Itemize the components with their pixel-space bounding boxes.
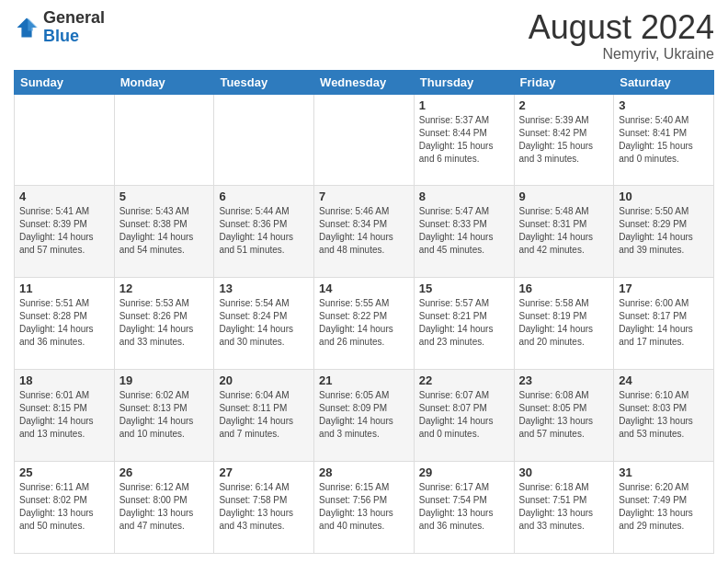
calendar-day-header: Monday: [114, 70, 214, 94]
day-info: Sunrise: 5:48 AM Sunset: 8:31 PM Dayligh…: [519, 205, 609, 257]
calendar-week-row: 11Sunrise: 5:51 AM Sunset: 8:28 PM Dayli…: [15, 278, 714, 370]
calendar-day-cell: 23Sunrise: 6:08 AM Sunset: 8:05 PM Dayli…: [514, 370, 614, 462]
day-number: 18: [19, 373, 109, 387]
calendar-day-cell: [314, 94, 415, 186]
calendar-day-cell: 4Sunrise: 5:41 AM Sunset: 8:39 PM Daylig…: [15, 186, 115, 278]
calendar-day-cell: 2Sunrise: 5:39 AM Sunset: 8:42 PM Daylig…: [514, 94, 614, 186]
day-info: Sunrise: 6:04 AM Sunset: 8:11 PM Dayligh…: [219, 389, 309, 441]
calendar-day-header: Friday: [514, 70, 614, 94]
page: General Blue August 2024 Nemyriv, Ukrain…: [0, 0, 728, 563]
day-number: 4: [19, 190, 109, 203]
day-info: Sunrise: 5:51 AM Sunset: 8:28 PM Dayligh…: [19, 297, 109, 349]
day-number: 2: [519, 98, 609, 112]
calendar-day-cell: 31Sunrise: 6:20 AM Sunset: 7:49 PM Dayli…: [614, 462, 714, 554]
calendar-day-cell: 26Sunrise: 6:12 AM Sunset: 8:00 PM Dayli…: [114, 462, 214, 554]
day-number: 19: [119, 373, 210, 387]
calendar-day-header: Thursday: [414, 70, 514, 94]
calendar-day-cell: 9Sunrise: 5:48 AM Sunset: 8:31 PM Daylig…: [514, 186, 614, 278]
day-info: Sunrise: 5:57 AM Sunset: 8:21 PM Dayligh…: [419, 297, 509, 349]
day-number: 26: [119, 465, 210, 479]
day-info: Sunrise: 5:39 AM Sunset: 8:42 PM Dayligh…: [519, 114, 609, 166]
header: General Blue August 2024 Nemyriv, Ukrain…: [14, 9, 714, 63]
calendar-day-cell: 6Sunrise: 5:44 AM Sunset: 8:36 PM Daylig…: [214, 186, 314, 278]
day-number: 17: [619, 282, 709, 295]
day-number: 28: [319, 465, 409, 479]
day-info: Sunrise: 6:17 AM Sunset: 7:54 PM Dayligh…: [419, 481, 509, 533]
calendar-day-cell: 11Sunrise: 5:51 AM Sunset: 8:28 PM Dayli…: [15, 278, 115, 370]
day-number: 5: [119, 190, 210, 203]
calendar-week-row: 1Sunrise: 5:37 AM Sunset: 8:44 PM Daylig…: [15, 94, 714, 186]
day-number: 8: [419, 190, 509, 203]
day-info: Sunrise: 6:20 AM Sunset: 7:49 PM Dayligh…: [619, 481, 709, 533]
day-number: 29: [419, 465, 509, 479]
calendar-day-cell: 17Sunrise: 6:00 AM Sunset: 8:17 PM Dayli…: [614, 278, 714, 370]
day-number: 3: [619, 98, 709, 112]
calendar-day-cell: 21Sunrise: 6:05 AM Sunset: 8:09 PM Dayli…: [314, 370, 415, 462]
day-info: Sunrise: 5:40 AM Sunset: 8:41 PM Dayligh…: [619, 114, 709, 166]
calendar-day-cell: 29Sunrise: 6:17 AM Sunset: 7:54 PM Dayli…: [414, 462, 514, 554]
day-info: Sunrise: 6:18 AM Sunset: 7:51 PM Dayligh…: [519, 481, 609, 533]
day-info: Sunrise: 6:14 AM Sunset: 7:58 PM Dayligh…: [219, 481, 309, 533]
day-number: 16: [519, 282, 609, 295]
calendar-day-cell: 5Sunrise: 5:43 AM Sunset: 8:38 PM Daylig…: [114, 186, 214, 278]
day-info: Sunrise: 6:12 AM Sunset: 8:00 PM Dayligh…: [119, 481, 210, 533]
day-info: Sunrise: 6:15 AM Sunset: 7:56 PM Dayligh…: [319, 481, 409, 533]
day-info: Sunrise: 6:07 AM Sunset: 8:07 PM Dayligh…: [419, 389, 509, 441]
day-number: 30: [519, 465, 609, 479]
day-info: Sunrise: 6:05 AM Sunset: 8:09 PM Dayligh…: [319, 389, 409, 441]
main-title: August 2024: [529, 9, 714, 46]
day-number: 14: [319, 282, 409, 295]
calendar-day-cell: [15, 94, 115, 186]
calendar-week-row: 18Sunrise: 6:01 AM Sunset: 8:15 PM Dayli…: [15, 370, 714, 462]
calendar-day-cell: 22Sunrise: 6:07 AM Sunset: 8:07 PM Dayli…: [414, 370, 514, 462]
day-number: 23: [519, 373, 609, 387]
day-number: 7: [319, 190, 409, 203]
day-info: Sunrise: 6:11 AM Sunset: 8:02 PM Dayligh…: [19, 481, 109, 533]
calendar-day-header: Tuesday: [214, 70, 314, 94]
day-number: 27: [219, 465, 309, 479]
day-number: 15: [419, 282, 509, 295]
day-info: Sunrise: 5:43 AM Sunset: 8:38 PM Dayligh…: [119, 205, 210, 257]
calendar-day-cell: [214, 94, 314, 186]
day-info: Sunrise: 5:53 AM Sunset: 8:26 PM Dayligh…: [119, 297, 210, 349]
calendar-day-cell: 25Sunrise: 6:11 AM Sunset: 8:02 PM Dayli…: [15, 462, 115, 554]
day-info: Sunrise: 6:02 AM Sunset: 8:13 PM Dayligh…: [119, 389, 210, 441]
calendar-week-row: 4Sunrise: 5:41 AM Sunset: 8:39 PM Daylig…: [15, 186, 714, 278]
day-number: 24: [619, 373, 709, 387]
day-info: Sunrise: 6:01 AM Sunset: 8:15 PM Dayligh…: [19, 389, 109, 441]
calendar-day-cell: 12Sunrise: 5:53 AM Sunset: 8:26 PM Dayli…: [114, 278, 214, 370]
day-info: Sunrise: 5:55 AM Sunset: 8:22 PM Dayligh…: [319, 297, 409, 349]
day-info: Sunrise: 5:58 AM Sunset: 8:19 PM Dayligh…: [519, 297, 609, 349]
day-number: 13: [219, 282, 309, 295]
calendar-day-cell: 15Sunrise: 5:57 AM Sunset: 8:21 PM Dayli…: [414, 278, 514, 370]
calendar-day-header: Wednesday: [314, 70, 415, 94]
day-info: Sunrise: 5:37 AM Sunset: 8:44 PM Dayligh…: [419, 114, 509, 166]
calendar-day-cell: 18Sunrise: 6:01 AM Sunset: 8:15 PM Dayli…: [15, 370, 115, 462]
day-info: Sunrise: 6:08 AM Sunset: 8:05 PM Dayligh…: [519, 389, 609, 441]
day-info: Sunrise: 5:41 AM Sunset: 8:39 PM Dayligh…: [19, 205, 109, 257]
calendar-day-cell: 13Sunrise: 5:54 AM Sunset: 8:24 PM Dayli…: [214, 278, 314, 370]
calendar-table: SundayMondayTuesdayWednesdayThursdayFrid…: [14, 70, 714, 554]
calendar-day-cell: 20Sunrise: 6:04 AM Sunset: 8:11 PM Dayli…: [214, 370, 314, 462]
day-number: 20: [219, 373, 309, 387]
day-info: Sunrise: 5:54 AM Sunset: 8:24 PM Dayligh…: [219, 297, 309, 349]
svg-marker-1: [28, 17, 38, 30]
calendar-day-cell: 10Sunrise: 5:50 AM Sunset: 8:29 PM Dayli…: [614, 186, 714, 278]
day-info: Sunrise: 5:50 AM Sunset: 8:29 PM Dayligh…: [619, 205, 709, 257]
day-info: Sunrise: 5:44 AM Sunset: 8:36 PM Dayligh…: [219, 205, 309, 257]
calendar-day-cell: 1Sunrise: 5:37 AM Sunset: 8:44 PM Daylig…: [414, 94, 514, 186]
day-info: Sunrise: 6:10 AM Sunset: 8:03 PM Dayligh…: [619, 389, 709, 441]
calendar-day-cell: 28Sunrise: 6:15 AM Sunset: 7:56 PM Dayli…: [314, 462, 415, 554]
day-number: 1: [419, 98, 509, 112]
title-block: August 2024 Nemyriv, Ukraine: [529, 9, 714, 63]
day-info: Sunrise: 5:46 AM Sunset: 8:34 PM Dayligh…: [319, 205, 409, 257]
calendar-header-row: SundayMondayTuesdayWednesdayThursdayFrid…: [15, 70, 714, 94]
calendar-day-header: Saturday: [614, 70, 714, 94]
calendar-day-cell: [114, 94, 214, 186]
day-info: Sunrise: 6:00 AM Sunset: 8:17 PM Dayligh…: [619, 297, 709, 349]
day-number: 25: [19, 465, 109, 479]
calendar-day-cell: 24Sunrise: 6:10 AM Sunset: 8:03 PM Dayli…: [614, 370, 714, 462]
calendar-day-cell: 16Sunrise: 5:58 AM Sunset: 8:19 PM Dayli…: [514, 278, 614, 370]
day-number: 31: [619, 465, 709, 479]
calendar-day-cell: 3Sunrise: 5:40 AM Sunset: 8:41 PM Daylig…: [614, 94, 714, 186]
